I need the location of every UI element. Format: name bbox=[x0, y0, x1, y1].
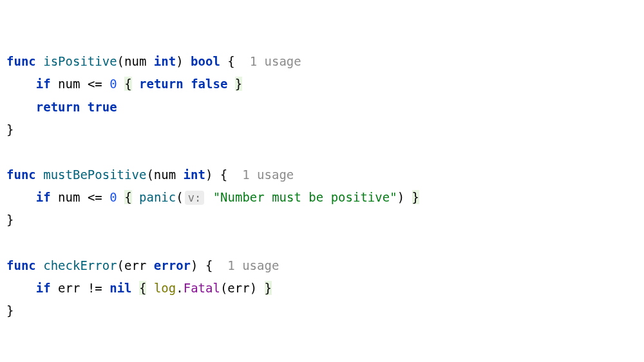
type-int: int bbox=[154, 54, 176, 68]
param-hint-v: v: bbox=[185, 191, 204, 205]
literal-zero: 0 bbox=[109, 77, 117, 91]
ident-num: num bbox=[58, 190, 80, 204]
pkg-log: log bbox=[154, 281, 176, 295]
paren-open: ( bbox=[146, 167, 153, 182]
code-line: } bbox=[6, 122, 14, 137]
op-lte: <= bbox=[88, 190, 102, 204]
keyword-nil: nil bbox=[109, 281, 131, 295]
paren-open: ( bbox=[117, 258, 124, 272]
ident-err: err bbox=[58, 281, 80, 295]
brace-close: } bbox=[6, 303, 14, 318]
keyword-func: func bbox=[6, 167, 36, 182]
type-error: error bbox=[154, 258, 191, 272]
keyword-if: if bbox=[36, 77, 51, 91]
code-line: return true bbox=[6, 100, 117, 114]
brace-open-hl: { bbox=[124, 190, 131, 204]
brace-open: { bbox=[227, 54, 234, 68]
ident-err: err bbox=[227, 281, 249, 295]
type-int: int bbox=[184, 167, 205, 182]
func-panic: panic bbox=[139, 190, 176, 204]
paren-close: ) bbox=[176, 54, 183, 68]
usage-annotation[interactable]: 1 usage bbox=[227, 258, 279, 272]
paren-close: ) bbox=[205, 167, 213, 182]
func-name-checkError[interactable]: checkError bbox=[43, 258, 117, 272]
usage-annotation[interactable]: 1 usage bbox=[242, 167, 294, 182]
brace-close-hl: } bbox=[235, 77, 242, 91]
code-line: func isPositive(num int) bool { 1 usage bbox=[6, 54, 301, 68]
code-line: } bbox=[6, 303, 14, 318]
func-name-mustBePositive[interactable]: mustBePositive bbox=[43, 167, 146, 182]
brace-open-hl: { bbox=[124, 77, 131, 91]
op-lte: <= bbox=[88, 77, 102, 91]
code-editor[interactable]: func isPositive(num int) bool { 1 usage … bbox=[6, 50, 644, 322]
keyword-true: true bbox=[88, 100, 117, 114]
func-name-isPositive[interactable]: isPositive bbox=[43, 54, 117, 68]
keyword-false: false bbox=[191, 77, 227, 91]
keyword-return: return bbox=[36, 100, 80, 114]
literal-zero: 0 bbox=[109, 190, 117, 204]
code-line: func checkError(err error) { 1 usage bbox=[6, 258, 279, 272]
paren-close: ) bbox=[250, 281, 257, 295]
code-line: if num <= 0 { return false } bbox=[6, 77, 242, 91]
brace-close-hl: } bbox=[412, 190, 419, 204]
ident-num: num bbox=[58, 77, 80, 91]
code-line: if num <= 0 { panic(v: "Number must be p… bbox=[6, 190, 419, 204]
keyword-if: if bbox=[36, 190, 51, 204]
brace-close: } bbox=[6, 122, 14, 137]
dot: . bbox=[176, 281, 183, 295]
brace-open: { bbox=[205, 258, 213, 272]
param-num: num bbox=[124, 54, 146, 68]
paren-close: ) bbox=[397, 190, 404, 204]
keyword-if: if bbox=[36, 281, 51, 295]
method-fatal: Fatal bbox=[184, 281, 220, 295]
brace-close-hl: } bbox=[265, 281, 272, 295]
keyword-func: func bbox=[6, 54, 36, 68]
brace-open: { bbox=[220, 167, 227, 182]
brace-close: } bbox=[6, 213, 14, 227]
paren-close: ) bbox=[191, 258, 198, 272]
paren-open: ( bbox=[176, 190, 183, 204]
code-line: if err != nil { log.Fatal(err) } bbox=[6, 281, 272, 295]
paren-open: ( bbox=[220, 281, 227, 295]
keyword-func: func bbox=[6, 258, 36, 272]
code-line: func mustBePositive(num int) { 1 usage bbox=[6, 167, 294, 182]
brace-open-hl: { bbox=[139, 281, 146, 295]
paren-open: ( bbox=[117, 54, 124, 68]
empty-line bbox=[6, 145, 14, 159]
usage-annotation[interactable]: 1 usage bbox=[250, 54, 301, 68]
empty-line bbox=[6, 235, 14, 249]
param-err: err bbox=[124, 258, 146, 272]
code-line: } bbox=[6, 213, 14, 227]
string-literal: "Number must be positive" bbox=[213, 190, 397, 204]
keyword-return: return bbox=[139, 77, 184, 91]
op-neq: != bbox=[88, 281, 102, 295]
param-num: num bbox=[154, 167, 176, 182]
type-bool: bool bbox=[191, 54, 220, 68]
